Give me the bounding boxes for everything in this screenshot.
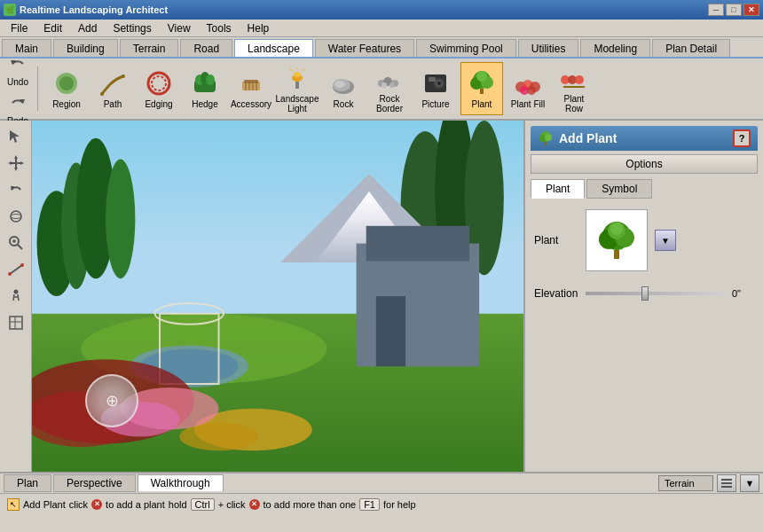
tab-walkthrough[interactable]: Walkthrough	[138, 474, 224, 492]
plant-preview	[586, 209, 648, 271]
accessory-label: Accessory	[231, 99, 271, 109]
path-label: Path	[104, 99, 122, 109]
menu-edit[interactable]: Edit	[36, 21, 69, 35]
plant-dropdown-button[interactable]: ▼	[655, 230, 676, 251]
svg-point-40	[476, 71, 487, 82]
tab-landscape[interactable]: Landscape	[234, 39, 313, 57]
close-button[interactable]: ✕	[743, 4, 759, 16]
tab-terrain[interactable]: Terrain	[120, 39, 179, 57]
svg-point-20	[294, 72, 301, 77]
window-controls[interactable]: ─ □ ✕	[708, 4, 759, 16]
tool-plant-fill[interactable]: Plant Fill	[507, 62, 549, 115]
plant-preview-image	[593, 216, 641, 265]
landscape-toolbar: Undo Redo Region Path	[0, 59, 763, 121]
tool-rock-border[interactable]: Rock Border	[368, 62, 411, 115]
tab-road[interactable]: Road	[180, 39, 232, 57]
svg-line-22	[303, 69, 304, 71]
plant-header-icon	[538, 130, 554, 146]
menu-view[interactable]: View	[161, 21, 198, 35]
tab-plan-detail[interactable]: Plan Detail	[652, 39, 730, 57]
svg-rect-106	[721, 482, 732, 484]
tool-edging[interactable]: Edging	[138, 62, 180, 115]
svg-marker-53	[14, 168, 18, 171]
svg-line-60	[18, 245, 22, 249]
view-layers-button[interactable]	[717, 474, 736, 492]
status-text-2: click	[69, 499, 88, 510]
tab-building[interactable]: Building	[53, 39, 118, 57]
undo-redo-section: Undo Redo	[5, 51, 30, 126]
menu-add[interactable]: Add	[71, 21, 104, 35]
svg-marker-54	[8, 161, 12, 165]
help-button[interactable]: ?	[733, 129, 751, 147]
svg-point-74	[106, 160, 135, 279]
viewport[interactable]: ⊕	[32, 121, 523, 472]
svg-rect-88	[376, 296, 405, 366]
tab-plant[interactable]: Plant	[531, 179, 585, 199]
tool-hedge[interactable]: Hedge	[184, 62, 226, 115]
tool-landscape-light[interactable]: Landscape Light	[276, 62, 319, 115]
tool-grid[interactable]	[4, 310, 28, 335]
tool-pan[interactable]	[4, 151, 28, 176]
elevation-slider[interactable]	[586, 292, 725, 295]
tool-plant[interactable]: Plant	[460, 62, 503, 115]
tool-accessory[interactable]: Accessory	[230, 62, 272, 115]
status-text-5: + click	[218, 499, 246, 510]
accessory-icon	[237, 69, 265, 98]
tool-measure[interactable]	[4, 257, 28, 282]
tool-rotate[interactable]	[4, 177, 28, 202]
svg-marker-51	[10, 130, 20, 143]
rock-icon	[329, 69, 358, 98]
plant-fill-icon	[514, 69, 542, 98]
tool-rock[interactable]: Rock	[322, 62, 365, 115]
svg-point-26	[334, 81, 345, 88]
options-button[interactable]: Options	[531, 154, 758, 174]
cursor-x-icon: ✕	[91, 499, 102, 510]
svg-rect-36	[429, 77, 436, 82]
elevation-field-label: Elevation	[534, 287, 578, 300]
plant-label: Plant	[472, 99, 492, 109]
titlebar: 🌿 Realtime Landscaping Architect ─ □ ✕	[0, 0, 763, 20]
tab-swimming-pool[interactable]: Swimming Pool	[416, 39, 516, 57]
tool-zoom[interactable]	[4, 231, 28, 255]
view-settings-button[interactable]: ▼	[740, 474, 759, 492]
tool-picture[interactable]: Picture	[414, 62, 457, 115]
elevation-value: 0"	[732, 288, 754, 299]
svg-marker-52	[14, 155, 18, 159]
tab-symbol[interactable]: Symbol	[586, 179, 652, 199]
menu-tools[interactable]: Tools	[200, 21, 239, 35]
tool-orbit[interactable]	[4, 204, 28, 229]
tab-plan[interactable]: Plan	[4, 474, 51, 492]
titlebar-left: 🌿 Realtime Landscaping Architect	[4, 4, 168, 16]
tab-utilities[interactable]: Utilities	[518, 39, 579, 57]
region-label: Region	[52, 99, 81, 109]
tool-select[interactable]	[4, 124, 28, 149]
terrain-dropdown[interactable]: Terrain	[658, 475, 713, 491]
tool-walkthrough[interactable]	[4, 284, 28, 309]
svg-rect-98	[545, 142, 547, 145]
tool-path[interactable]: Path	[91, 62, 134, 115]
minimize-button[interactable]: ─	[708, 4, 724, 16]
tab-perspective[interactable]: Perspective	[53, 474, 136, 492]
maximize-button[interactable]: □	[726, 4, 742, 16]
tab-water-features[interactable]: Water Features	[315, 39, 414, 57]
tool-region[interactable]: Region	[45, 62, 88, 115]
panel-title: Add Plant	[538, 130, 617, 146]
landscape-light-icon	[283, 64, 311, 92]
menu-help[interactable]: Help	[240, 21, 277, 35]
menu-settings[interactable]: Settings	[106, 21, 158, 35]
edging-label: Edging	[145, 99, 172, 109]
region-icon	[52, 69, 81, 98]
elevation-thumb[interactable]	[641, 286, 649, 301]
svg-point-64	[8, 272, 12, 276]
svg-point-31	[389, 82, 395, 88]
menu-file[interactable]: File	[4, 21, 35, 35]
bottom-tabs: Plan Perspective Walkthrough Terrain ▼	[0, 472, 763, 493]
tool-plant-row[interactable]: Plant Row	[553, 62, 595, 115]
svg-point-7	[152, 76, 166, 90]
cursor-icon: ↖	[7, 498, 20, 511]
svg-point-30	[382, 82, 387, 88]
tab-modeling[interactable]: Modeling	[580, 39, 650, 57]
undo-button[interactable]: Undo	[5, 51, 30, 87]
svg-point-103	[610, 223, 623, 235]
svg-rect-67	[10, 317, 22, 329]
